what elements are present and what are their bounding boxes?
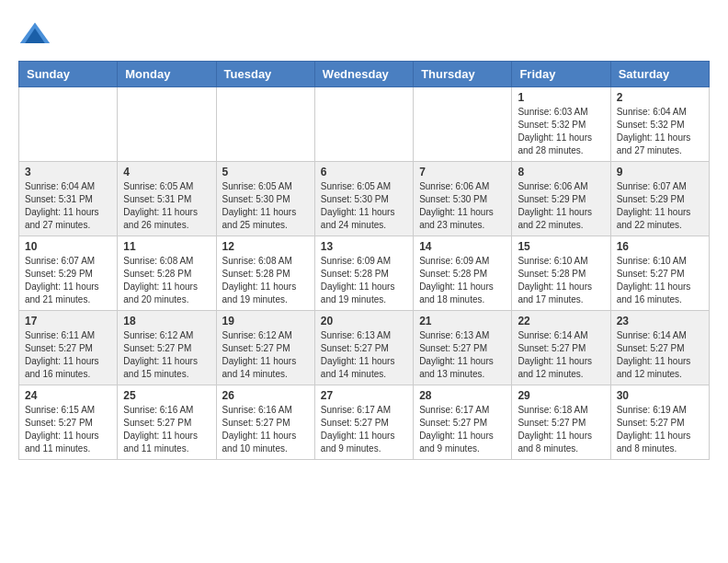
calendar-cell: 27Sunrise: 6:17 AM Sunset: 5:27 PM Dayli…: [314, 385, 413, 460]
day-number: 30: [617, 389, 703, 402]
calendar-cell: 10Sunrise: 6:07 AM Sunset: 5:29 PM Dayli…: [19, 236, 118, 311]
calendar-cell: 2Sunrise: 6:04 AM Sunset: 5:32 PM Daylig…: [610, 87, 709, 162]
day-number: 10: [25, 240, 111, 253]
column-header-tuesday: Tuesday: [216, 62, 314, 87]
column-header-saturday: Saturday: [610, 62, 709, 87]
day-number: 6: [321, 166, 407, 178]
calendar-cell: 12Sunrise: 6:08 AM Sunset: 5:28 PM Dayli…: [216, 236, 314, 311]
calendar-week-row: 24Sunrise: 6:15 AM Sunset: 5:27 PM Dayli…: [19, 385, 710, 460]
day-info: Sunrise: 6:09 AM Sunset: 5:28 PM Dayligh…: [321, 255, 407, 306]
calendar-cell: [216, 87, 314, 162]
day-info: Sunrise: 6:05 AM Sunset: 5:31 PM Dayligh…: [123, 180, 210, 232]
day-info: Sunrise: 6:04 AM Sunset: 5:32 PM Dayligh…: [617, 106, 703, 157]
day-info: Sunrise: 6:09 AM Sunset: 5:28 PM Dayligh…: [419, 255, 506, 306]
calendar-cell: [19, 87, 118, 162]
day-number: 3: [25, 166, 111, 178]
day-info: Sunrise: 6:08 AM Sunset: 5:28 PM Dayligh…: [222, 255, 309, 306]
day-info: Sunrise: 6:12 AM Sunset: 5:27 PM Dayligh…: [123, 329, 210, 381]
calendar-cell: [314, 87, 413, 162]
day-number: 2: [617, 91, 703, 104]
day-info: Sunrise: 6:05 AM Sunset: 5:30 PM Dayligh…: [222, 180, 309, 232]
column-header-monday: Monday: [118, 62, 216, 87]
day-info: Sunrise: 6:14 AM Sunset: 5:27 PM Dayligh…: [518, 329, 604, 381]
day-number: 27: [321, 389, 407, 402]
day-info: Sunrise: 6:19 AM Sunset: 5:27 PM Dayligh…: [617, 404, 703, 455]
day-number: 24: [25, 389, 111, 402]
column-header-wednesday: Wednesday: [314, 62, 413, 87]
day-info: Sunrise: 6:04 AM Sunset: 5:31 PM Dayligh…: [25, 180, 111, 232]
day-info: Sunrise: 6:17 AM Sunset: 5:27 PM Dayligh…: [419, 404, 506, 455]
day-number: 15: [518, 240, 604, 253]
calendar-cell: 4Sunrise: 6:05 AM Sunset: 5:31 PM Daylig…: [118, 162, 216, 236]
calendar-cell: 30Sunrise: 6:19 AM Sunset: 5:27 PM Dayli…: [610, 385, 709, 460]
day-info: Sunrise: 6:08 AM Sunset: 5:28 PM Dayligh…: [123, 255, 210, 306]
day-number: 17: [25, 315, 111, 327]
logo-icon: [18, 18, 51, 52]
day-number: 8: [518, 166, 604, 178]
day-info: Sunrise: 6:06 AM Sunset: 5:30 PM Dayligh…: [419, 180, 506, 232]
day-number: 16: [617, 240, 703, 253]
calendar-cell: 15Sunrise: 6:10 AM Sunset: 5:28 PM Dayli…: [512, 236, 610, 311]
day-info: Sunrise: 6:14 AM Sunset: 5:27 PM Dayligh…: [617, 329, 703, 381]
calendar-cell: 3Sunrise: 6:04 AM Sunset: 5:31 PM Daylig…: [19, 162, 118, 236]
day-number: 5: [222, 166, 309, 178]
page-header: [18, 18, 710, 52]
column-header-friday: Friday: [512, 62, 610, 87]
day-number: 26: [222, 389, 309, 402]
day-number: 29: [518, 389, 604, 402]
day-info: Sunrise: 6:17 AM Sunset: 5:27 PM Dayligh…: [321, 404, 407, 455]
calendar-cell: 23Sunrise: 6:14 AM Sunset: 5:27 PM Dayli…: [610, 311, 709, 385]
calendar-cell: 21Sunrise: 6:13 AM Sunset: 5:27 PM Dayli…: [414, 311, 512, 385]
calendar-cell: 7Sunrise: 6:06 AM Sunset: 5:30 PM Daylig…: [414, 162, 512, 236]
day-number: 9: [617, 166, 703, 178]
day-number: 18: [123, 315, 210, 327]
column-header-sunday: Sunday: [19, 62, 118, 87]
calendar-week-row: 17Sunrise: 6:11 AM Sunset: 5:27 PM Dayli…: [19, 311, 710, 385]
calendar-cell: 8Sunrise: 6:06 AM Sunset: 5:29 PM Daylig…: [512, 162, 610, 236]
day-number: 28: [419, 389, 506, 402]
calendar-cell: 24Sunrise: 6:15 AM Sunset: 5:27 PM Dayli…: [19, 385, 118, 460]
day-number: 22: [518, 315, 604, 327]
day-number: 12: [222, 240, 309, 253]
calendar-cell: 13Sunrise: 6:09 AM Sunset: 5:28 PM Dayli…: [314, 236, 413, 311]
day-number: 7: [419, 166, 506, 178]
calendar-cell: 5Sunrise: 6:05 AM Sunset: 5:30 PM Daylig…: [216, 162, 314, 236]
day-number: 13: [321, 240, 407, 253]
calendar-cell: 14Sunrise: 6:09 AM Sunset: 5:28 PM Dayli…: [414, 236, 512, 311]
day-number: 1: [518, 91, 604, 104]
calendar-table: SundayMondayTuesdayWednesdayThursdayFrid…: [18, 61, 710, 460]
day-info: Sunrise: 6:16 AM Sunset: 5:27 PM Dayligh…: [222, 404, 309, 455]
day-number: 14: [419, 240, 506, 253]
day-number: 20: [321, 315, 407, 327]
day-number: 19: [222, 315, 309, 327]
calendar-cell: 26Sunrise: 6:16 AM Sunset: 5:27 PM Dayli…: [216, 385, 314, 460]
day-info: Sunrise: 6:13 AM Sunset: 5:27 PM Dayligh…: [419, 329, 506, 381]
calendar-cell: 16Sunrise: 6:10 AM Sunset: 5:27 PM Dayli…: [610, 236, 709, 311]
day-info: Sunrise: 6:13 AM Sunset: 5:27 PM Dayligh…: [321, 329, 407, 381]
calendar-cell: 6Sunrise: 6:05 AM Sunset: 5:30 PM Daylig…: [314, 162, 413, 236]
day-info: Sunrise: 6:06 AM Sunset: 5:29 PM Dayligh…: [518, 180, 604, 232]
calendar-cell: 29Sunrise: 6:18 AM Sunset: 5:27 PM Dayli…: [512, 385, 610, 460]
day-info: Sunrise: 6:07 AM Sunset: 5:29 PM Dayligh…: [25, 255, 111, 306]
day-info: Sunrise: 6:11 AM Sunset: 5:27 PM Dayligh…: [25, 329, 111, 381]
day-info: Sunrise: 6:18 AM Sunset: 5:27 PM Dayligh…: [518, 404, 604, 455]
day-info: Sunrise: 6:03 AM Sunset: 5:32 PM Dayligh…: [518, 106, 604, 157]
day-info: Sunrise: 6:10 AM Sunset: 5:27 PM Dayligh…: [617, 255, 703, 306]
calendar-cell: 28Sunrise: 6:17 AM Sunset: 5:27 PM Dayli…: [414, 385, 512, 460]
day-number: 21: [419, 315, 506, 327]
day-info: Sunrise: 6:16 AM Sunset: 5:27 PM Dayligh…: [123, 404, 210, 455]
calendar-cell: 11Sunrise: 6:08 AM Sunset: 5:28 PM Dayli…: [118, 236, 216, 311]
calendar-cell: [414, 87, 512, 162]
column-header-thursday: Thursday: [414, 62, 512, 87]
calendar-cell: 20Sunrise: 6:13 AM Sunset: 5:27 PM Dayli…: [314, 311, 413, 385]
day-number: 25: [123, 389, 210, 402]
calendar-cell: 9Sunrise: 6:07 AM Sunset: 5:29 PM Daylig…: [610, 162, 709, 236]
calendar-week-row: 1Sunrise: 6:03 AM Sunset: 5:32 PM Daylig…: [19, 87, 710, 162]
calendar-cell: 25Sunrise: 6:16 AM Sunset: 5:27 PM Dayli…: [118, 385, 216, 460]
calendar-week-row: 10Sunrise: 6:07 AM Sunset: 5:29 PM Dayli…: [19, 236, 710, 311]
calendar-header-row: SundayMondayTuesdayWednesdayThursdayFrid…: [19, 62, 710, 87]
day-number: 11: [123, 240, 210, 253]
calendar-cell: 18Sunrise: 6:12 AM Sunset: 5:27 PM Dayli…: [118, 311, 216, 385]
calendar-cell: 17Sunrise: 6:11 AM Sunset: 5:27 PM Dayli…: [19, 311, 118, 385]
logo: [18, 18, 55, 52]
